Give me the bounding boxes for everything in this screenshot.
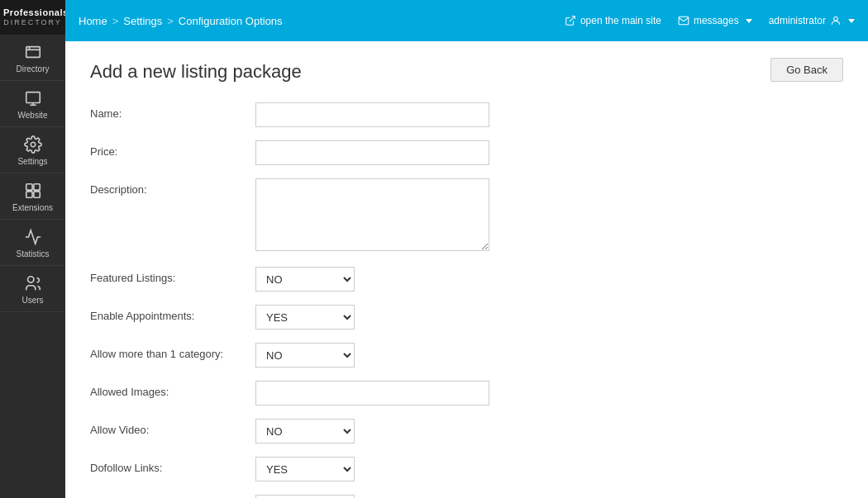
category-input-container: NO YES [255,343,355,368]
sidebar-item-extensions[interactable]: Extensions [0,173,65,220]
website-icon [21,89,45,107]
sidebar-label-users: Users [21,296,43,305]
admin-link[interactable]: administrator [769,15,855,26]
description-input[interactable] [255,178,489,251]
directory-svg [24,43,42,61]
video-input-container: NO YES [255,419,355,443]
images-input[interactable] [255,381,489,406]
go-back-button[interactable]: Go Back [770,58,843,82]
users-icon [21,274,45,292]
open-main-site-label: open the main site [580,15,661,26]
category-label: Allow more than 1 category: [90,343,255,360]
admin-icon [830,15,842,26]
dofollow-label: Dofollow Links: [90,457,255,474]
breadcrumb-home[interactable]: Home [79,15,107,27]
sidebar: Professionals DIRECTORY Directory Websit… [0,0,65,498]
users-svg [24,274,42,292]
category-row: Allow more than 1 category: NO YES [90,343,843,368]
dofollow-select[interactable]: YES NO [255,457,355,481]
breadcrumb-current: Configuration Options [179,15,283,27]
dofollow-input-container: YES NO [255,457,355,481]
svg-point-11 [27,277,33,282]
video-select[interactable]: NO YES [255,419,355,443]
directory-icon [21,43,45,61]
breadcrumb-sep2: > [167,15,174,27]
sidebar-label-statistics: Statistics [16,249,49,258]
extensions-icon [21,182,45,200]
breadcrumb-settings[interactable]: Settings [123,15,162,27]
svg-rect-7 [26,184,31,190]
sidebar-label-extensions: Extensions [12,203,53,212]
messages-chevron-icon [746,19,752,23]
featured-row: Featured Listings: NO YES [90,267,843,292]
featured-label: Featured Listings: [90,267,255,284]
price-label: Price: [90,140,255,158]
appointments-select[interactable]: YES NO [255,305,355,330]
svg-rect-8 [33,184,39,190]
svg-line-12 [570,17,575,21]
sidebar-label-website: Website [18,111,48,120]
price-row: Price: [90,140,843,165]
category-select[interactable]: NO YES [255,343,355,368]
name-label: Name: [90,102,255,120]
description-row: Description: [90,178,843,254]
extensions-svg [24,182,42,200]
sidebar-item-website[interactable]: Website [0,81,65,127]
active-row: Active: YES NO [90,495,843,498]
svg-point-6 [31,142,36,147]
sidebar-label-directory: Directory [16,64,49,74]
brand-top: Professionals [3,7,62,18]
brand-bottom: DIRECTORY [3,18,62,28]
appointments-label: Enable Appointments: [90,305,255,322]
active-label: Active: [90,495,255,498]
video-label: Allow Video: [90,419,255,436]
settings-icon [21,135,45,154]
messages-link[interactable]: messages [678,15,752,26]
sidebar-item-users[interactable]: Users [0,266,65,312]
messages-label: messages [694,15,739,26]
breadcrumb-sep1: > [112,15,119,27]
svg-rect-3 [26,92,40,103]
video-row: Allow Video: NO YES [90,419,843,443]
main-content: Go Back Add a new listing package Name: … [65,41,868,498]
appointments-input-container: YES NO [255,305,355,330]
featured-select[interactable]: NO YES [255,267,355,292]
settings-svg [24,135,42,154]
dofollow-row: Dofollow Links: YES NO [90,457,843,481]
svg-point-13 [834,17,838,21]
name-input-container [255,102,489,127]
description-input-container [255,178,489,254]
topbar-actions: open the main site messages administrato… [565,15,855,26]
statistics-svg [24,228,42,246]
featured-input-container: NO YES [255,267,355,292]
admin-label: administrator [769,15,826,26]
images-label: Allowed Images: [90,381,255,398]
sidebar-item-directory[interactable]: Directory [0,35,65,81]
svg-rect-0 [26,47,40,58]
active-input-container: YES NO [255,495,355,498]
sidebar-label-settings: Settings [17,157,47,166]
images-row: Allowed Images: [90,381,843,406]
topbar: Home > Settings > Configuration Options … [65,0,868,41]
description-label: Description: [90,178,255,196]
statistics-icon [21,228,45,246]
page-title: Add a new listing package [90,61,843,83]
admin-chevron-icon [848,19,855,23]
name-input[interactable] [255,102,489,127]
images-input-container [255,381,489,406]
messages-icon [678,15,689,26]
svg-rect-9 [26,192,31,197]
sidebar-item-statistics[interactable]: Statistics [0,220,65,266]
price-input-container [255,140,489,165]
website-svg [24,89,42,107]
price-input[interactable] [255,140,489,165]
breadcrumb: Home > Settings > Configuration Options [79,15,565,27]
external-link-icon [565,15,576,26]
sidebar-header: Professionals DIRECTORY [0,0,65,35]
name-row: Name: [90,102,843,127]
appointments-row: Enable Appointments: YES NO [90,305,843,330]
sidebar-item-settings[interactable]: Settings [0,127,65,173]
active-select[interactable]: YES NO [255,495,355,498]
svg-rect-10 [33,192,39,197]
open-main-site-link[interactable]: open the main site [565,15,661,26]
